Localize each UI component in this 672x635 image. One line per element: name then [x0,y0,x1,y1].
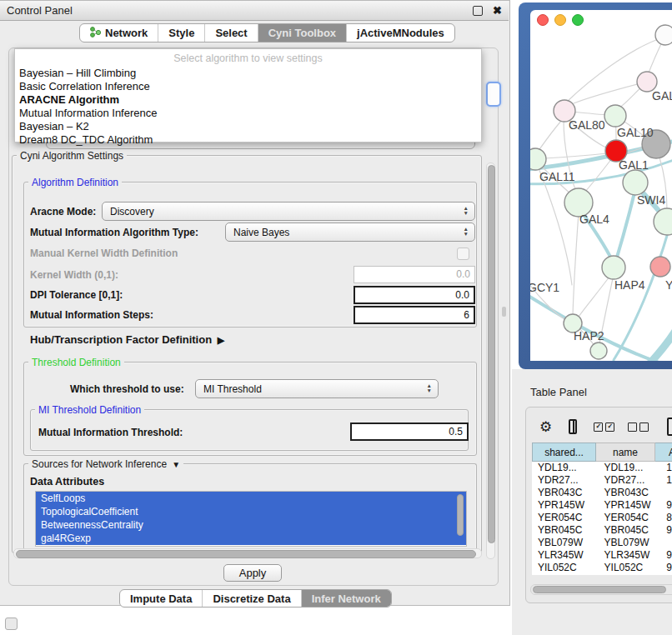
table-cell[interactable]: 12 [660,474,672,487]
table-cell[interactable]: 13 [660,462,672,474]
which-threshold-select[interactable]: MI Threshold ▲▼ [195,379,439,398]
new-table-icon[interactable] [667,418,672,436]
table-cell[interactable]: YBL079W [599,537,661,549]
network-node[interactable] [530,148,546,170]
table-row[interactable]: YBR043CYBR043C [532,487,672,499]
expand-right-icon[interactable]: ▶ [215,335,225,345]
table-cell[interactable]: YER054C [532,512,599,524]
tab-cyni-toolbox[interactable]: Cyni Toolbox [258,24,346,42]
split-columns-icon[interactable] [569,419,577,434]
float-window-icon[interactable] [473,6,483,16]
table-row[interactable]: YBL079WYBL079W [532,537,672,549]
zoom-traffic-light[interactable] [572,14,584,26]
table-cell[interactable]: YER054C [599,512,661,524]
table-row[interactable]: YBR045CYBR045C9. [532,524,672,537]
mi-threshold-field[interactable]: 0.5 [350,422,469,441]
algorithm-option[interactable]: ARACNE Algorithm [15,93,481,107]
table-row[interactable]: YDR27...YDR27...12 [532,474,672,487]
network-edge-highlighted[interactable] [614,230,669,360]
network-node[interactable] [604,105,626,127]
settings-hscrollbar-track[interactable] [13,548,482,558]
gear-icon[interactable]: ⚙ [539,420,552,434]
table-cell[interactable]: 9. [660,549,672,562]
algorithm-option[interactable]: Dream8 DC_TDC Algorithm [15,133,481,147]
network-node[interactable] [655,25,672,45]
tab-jactivemnodules[interactable]: jActiveMNodules [346,24,454,42]
select-all-columns-icon[interactable]: ✓✓ [594,422,614,432]
apply-button[interactable]: Apply [223,564,282,582]
network-node[interactable] [602,256,625,279]
table-cell[interactable]: YIL052C [599,562,661,574]
table-row[interactable]: YDL19...YDL19...13 [532,462,672,474]
close-traffic-light[interactable] [537,14,549,26]
network-edge[interactable] [573,212,579,315]
tab-style[interactable]: Style [158,24,204,42]
column-header-name[interactable]: name [596,442,655,462]
tab-infer-network[interactable]: Infer Network [301,590,391,607]
table-hscrollbar-track[interactable] [530,584,672,595]
settings-vscrollbar-track[interactable] [486,162,495,559]
attribute-list-item[interactable]: TopologicalCoefficient [36,505,466,518]
table-cell[interactable]: YDR27... [599,474,661,487]
network-canvas[interactable]: GALGAL80GAL10GAL1GAL11SWI4GAL4HAP4YGCY1H… [530,10,672,361]
table-cell[interactable]: YBR045C [532,524,599,537]
table-cell[interactable]: YIL052C [532,562,599,574]
settings-hscrollbar-thumb[interactable] [16,550,476,558]
table-cell[interactable]: YBR043C [532,487,599,499]
minimize-traffic-light[interactable] [554,14,566,26]
mi-steps-field[interactable]: 6 [354,306,475,324]
data-attributes-list[interactable]: SelfLoopsTopologicalCoefficientBetweenne… [35,491,467,547]
table-cell[interactable]: YBR045C [599,524,661,537]
table-cell[interactable]: YDL19... [532,462,599,474]
hub-section-label[interactable]: Hub/Transcription Factor Definition ▶ [30,333,224,346]
attribute-list-item[interactable]: BetweennessCentrality [36,518,466,532]
network-node[interactable] [650,257,670,277]
kernel-width-field[interactable]: 0.0 [354,266,475,283]
table-row[interactable]: YPR145WYPR145W9. [532,499,672,512]
table-cell[interactable] [660,487,672,499]
table-hscrollbar-thumb[interactable] [533,586,666,593]
column-header-partial[interactable]: A [655,442,672,462]
algorithm-option[interactable]: Basic Correlation Inference [15,80,481,93]
dpi-tolerance-field[interactable]: 0.0 [354,286,475,304]
network-node[interactable] [623,170,648,195]
close-icon[interactable]: ✖ [493,7,502,15]
table-cell[interactable]: YBR043C [599,487,661,499]
algorithm-option[interactable]: Bayesian – Hill Climbing [15,67,481,80]
table-cell[interactable]: YPR145W [532,499,599,512]
network-edge[interactable] [538,120,562,152]
table-cell[interactable]: YDL19... [599,462,661,474]
node-table[interactable]: shared... name A YDL19...YDL19...13YDR27… [532,442,672,575]
table-row[interactable]: YLR345WYLR345W9. [532,549,672,562]
table-cell[interactable] [660,537,672,549]
column-header-shared-name[interactable]: shared... [532,442,596,462]
table-row[interactable]: YER054CYER054C8. [532,512,672,524]
attribute-list-item[interactable]: SelfLoops [36,492,466,505]
manual-kernel-width-checkbox[interactable] [457,248,469,260]
collapse-down-icon[interactable]: ▼ [169,460,180,469]
tab-select[interactable]: Select [204,24,257,42]
table-cell[interactable]: YBL079W [532,537,599,549]
network-edge-highlighted[interactable] [645,328,672,361]
algorithm-option[interactable]: Mutual Information Inference [15,107,481,120]
tab-network[interactable]: Network [80,24,158,42]
network-view-window[interactable]: GALGAL80GAL10GAL1GAL11SWI4GAL4HAP4YGCY1H… [530,10,672,361]
mi-algorithm-type-select[interactable]: Naive Bayes ▲▼ [225,222,475,242]
attribute-list-item[interactable]: gal4RGexp [36,532,466,545]
table-cell[interactable]: 8. [660,512,672,524]
aracne-mode-select[interactable]: Discovery ▲▼ [102,202,475,221]
algorithm-option[interactable]: Bayesian – K2 [15,120,481,133]
attributes-scrollbar[interactable] [457,494,464,536]
table-row[interactable]: YIL052CYIL052C9 [532,562,672,574]
table-cell[interactable]: 9. [660,499,672,512]
settings-vscrollbar-thumb[interactable] [488,165,495,543]
sources-title[interactable]: Sources for Network Inference ▼ [28,458,183,470]
tab-impute-data[interactable]: Impute Data [120,590,202,607]
table-cell[interactable]: YLR345W [599,549,661,562]
table-cell[interactable]: YPR145W [599,499,661,512]
table-cell[interactable]: YLR345W [532,549,599,562]
network-node[interactable] [590,342,607,359]
table-cell[interactable]: 9 [660,562,672,574]
network-edge[interactable] [539,168,572,285]
network-node[interactable] [654,208,672,235]
